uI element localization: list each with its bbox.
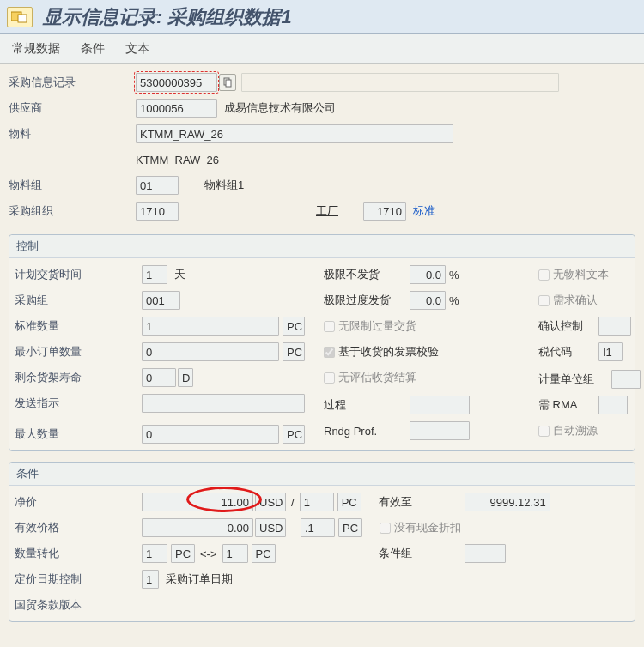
group-control-title: 控制 bbox=[9, 235, 635, 258]
mat-group-desc: 物料组1 bbox=[204, 178, 244, 193]
pct-1: % bbox=[449, 269, 459, 281]
field-vendor[interactable]: 1000056 bbox=[136, 99, 217, 118]
label-over-tol: 极限过度发货 bbox=[324, 293, 410, 308]
field-min-qty[interactable]: 0 bbox=[142, 342, 279, 361]
field-info-record[interactable]: 5300000395 bbox=[136, 73, 217, 92]
unit-max-qty[interactable]: PC bbox=[283, 425, 305, 444]
field-eff-per-unit[interactable]: PC bbox=[338, 518, 362, 537]
label-rndg: Rndg Prof. bbox=[324, 425, 410, 438]
label-cond-group: 条件组 bbox=[379, 546, 430, 561]
label-date-ctrl: 定价日期控制 bbox=[15, 571, 142, 587]
menu-general[interactable]: 常规数据 bbox=[12, 41, 60, 55]
material-desc: KTMM_RAW_26 bbox=[136, 154, 219, 166]
chk-no-ers[interactable]: 无评估收货结算 bbox=[324, 370, 416, 385]
label-qty-conv: 数量转化 bbox=[15, 546, 142, 561]
label-purch-group: 采购组 bbox=[15, 293, 142, 308]
field-valid-to[interactable]: 9999.12.31 bbox=[465, 493, 550, 511]
label-mat-group: 物料组 bbox=[9, 178, 136, 193]
field-eff-price[interactable]: 0.00 bbox=[142, 518, 253, 537]
group-control: 控制 计划交货时间 1 天 采购组 001 标准数量 1 bbox=[9, 234, 635, 451]
field-qty-from-unit[interactable]: PC bbox=[171, 544, 195, 563]
field-rma[interactable] bbox=[598, 396, 628, 414]
chk-no-cash-disc[interactable]: 没有现金折扣 bbox=[380, 520, 461, 535]
field-plant[interactable]: 1710 bbox=[363, 202, 406, 221]
field-tax-code[interactable]: I1 bbox=[598, 342, 623, 361]
field-purch-org[interactable]: 1710 bbox=[136, 202, 179, 221]
field-conf-ctrl[interactable] bbox=[598, 317, 631, 336]
label-plant: 工厂 bbox=[316, 203, 363, 219]
chk-unlimited[interactable]: 无限制过量交货 bbox=[324, 318, 416, 334]
field-std-qty[interactable]: 1 bbox=[142, 317, 279, 336]
label-purch-org: 采购组织 bbox=[9, 203, 136, 219]
field-uom-group[interactable] bbox=[611, 370, 641, 389]
field-process[interactable] bbox=[410, 396, 470, 414]
field-cond-group[interactable] bbox=[465, 544, 506, 563]
label-min-qty: 最小订单数量 bbox=[15, 344, 142, 360]
pct-2: % bbox=[449, 294, 459, 307]
label-incoterms: 国贸条款版本 bbox=[15, 597, 142, 613]
label-valid-to: 有效至 bbox=[379, 494, 447, 510]
field-currency[interactable]: USD bbox=[255, 493, 286, 511]
label-info-record: 采购信息记录 bbox=[9, 75, 136, 90]
menu-texts[interactable]: 文本 bbox=[125, 41, 149, 55]
field-per-unit[interactable]: PC bbox=[337, 493, 361, 511]
field-qty-to[interactable]: 1 bbox=[222, 544, 248, 563]
field-net-price[interactable]: 11.00 bbox=[142, 493, 253, 511]
plant-desc[interactable]: 标准 bbox=[413, 203, 435, 219]
field-eff-currency[interactable]: USD bbox=[255, 518, 286, 537]
label-material: 物料 bbox=[9, 126, 136, 142]
label-process: 过程 bbox=[324, 397, 410, 413]
svg-rect-1 bbox=[18, 15, 27, 22]
svg-rect-3 bbox=[226, 80, 231, 87]
field-eff-per[interactable]: .1 bbox=[301, 518, 335, 537]
label-eff-price: 有效价格 bbox=[15, 520, 142, 535]
label-net-price: 净价 bbox=[15, 494, 142, 510]
unit-days: 天 bbox=[174, 267, 185, 282]
label-tax-code: 税代码 bbox=[538, 344, 598, 360]
label-std-qty: 标准数量 bbox=[15, 318, 142, 334]
unit-min-qty[interactable]: PC bbox=[283, 342, 305, 361]
field-qty-to-unit[interactable]: PC bbox=[252, 544, 276, 563]
menubar: 常规数据 条件 文本 bbox=[0, 34, 644, 64]
field-material[interactable]: KTMM_RAW_26 bbox=[136, 124, 453, 143]
titlebar: 显示信息记录: 采购组织数据1 bbox=[0, 0, 644, 34]
search-help-icon[interactable] bbox=[219, 74, 236, 91]
label-planned-delivery: 计划交货时间 bbox=[15, 267, 142, 282]
label-rma: 需 RMA bbox=[538, 397, 598, 413]
field-max-qty[interactable]: 0 bbox=[142, 425, 279, 444]
page-title: 显示信息记录: 采购组织数据1 bbox=[43, 4, 292, 30]
field-mat-group[interactable]: 01 bbox=[136, 176, 179, 195]
label-max-qty: 最大数量 bbox=[15, 426, 142, 442]
label-ship-instr: 发送指示 bbox=[15, 396, 142, 411]
label-conf-ctrl: 确认控制 bbox=[538, 318, 598, 334]
chk-gr-iv[interactable]: 基于收货的发票校验 bbox=[324, 344, 439, 360]
field-qty-from[interactable]: 1 bbox=[142, 544, 167, 563]
group-conditions: 条件 净价 11.00 USD / 1 PC 有效至 9999.12.31 有效… bbox=[9, 462, 635, 622]
field-planned-delivery[interactable]: 1 bbox=[142, 265, 167, 284]
field-purch-group[interactable]: 001 bbox=[142, 291, 180, 310]
unit-shelf-life[interactable]: D bbox=[178, 368, 193, 387]
field-ship-instr[interactable] bbox=[142, 394, 305, 413]
chk-ack-req[interactable]: 需求确认 bbox=[538, 293, 598, 308]
chk-auto-src[interactable]: 自动溯源 bbox=[538, 423, 598, 438]
field-shelf-life[interactable]: 0 bbox=[142, 368, 176, 387]
field-under-tol[interactable]: 0.0 bbox=[410, 265, 446, 284]
field-info-record-desc bbox=[241, 73, 559, 92]
vendor-name: 成易信息技术有限公司 bbox=[224, 100, 336, 116]
chk-no-mtext[interactable]: 无物料文本 bbox=[538, 267, 609, 282]
label-uom-group: 计量单位组 bbox=[538, 372, 611, 387]
field-date-ctrl[interactable]: 1 bbox=[142, 570, 159, 589]
unit-std-qty[interactable]: PC bbox=[283, 317, 305, 336]
app-icon bbox=[7, 7, 33, 27]
arrow-icon: <-> bbox=[200, 547, 217, 560]
field-over-tol[interactable]: 0.0 bbox=[410, 291, 446, 310]
group-conditions-title: 条件 bbox=[9, 463, 635, 486]
menu-conditions[interactable]: 条件 bbox=[81, 41, 105, 55]
field-per[interactable]: 1 bbox=[300, 493, 334, 511]
date-ctrl-desc: 采购订单日期 bbox=[166, 571, 233, 587]
label-shelf-life: 剩余货架寿命 bbox=[15, 370, 142, 385]
label-vendor: 供应商 bbox=[9, 100, 136, 116]
field-rndg[interactable] bbox=[410, 421, 470, 440]
label-under-tol: 极限不发货 bbox=[324, 267, 410, 282]
